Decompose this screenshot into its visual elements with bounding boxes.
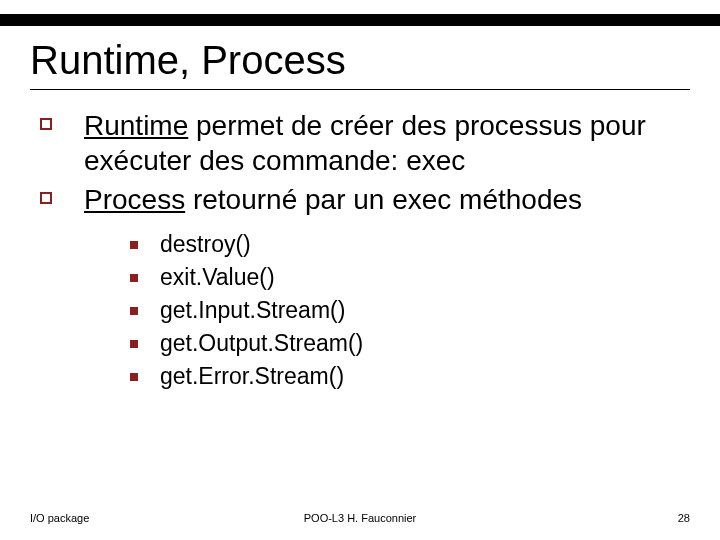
bullet-text: Process retourné par un exec méthodes bbox=[84, 182, 582, 217]
hollow-square-icon bbox=[40, 108, 84, 178]
bullet-text: Runtime permet de créer des processus po… bbox=[84, 108, 690, 178]
method-label: destroy() bbox=[160, 231, 251, 258]
list-item: get.Output.Stream() bbox=[130, 330, 690, 357]
top-bar bbox=[0, 14, 720, 26]
runtime-link[interactable]: Runtime bbox=[84, 110, 188, 141]
sub-list: destroy() exit.Value() get.Input.Stream(… bbox=[40, 231, 690, 390]
method-label: get.Input.Stream() bbox=[160, 297, 345, 324]
slide: Runtime, Process Runtime permet de créer… bbox=[0, 0, 720, 540]
filled-square-icon bbox=[130, 340, 160, 348]
list-item: get.Input.Stream() bbox=[130, 297, 690, 324]
method-label: exit.Value() bbox=[160, 264, 275, 291]
method-label: get.Output.Stream() bbox=[160, 330, 363, 357]
list-item: get.Error.Stream() bbox=[130, 363, 690, 390]
method-label: get.Error.Stream() bbox=[160, 363, 344, 390]
filled-square-icon bbox=[130, 307, 160, 315]
filled-square-icon bbox=[130, 274, 160, 282]
slide-footer: I/O package POO-L3 H. Fauconnier 28 bbox=[0, 512, 720, 524]
bullet-item: Runtime permet de créer des processus po… bbox=[40, 108, 690, 178]
slide-body: Runtime permet de créer des processus po… bbox=[30, 108, 690, 390]
process-link[interactable]: Process bbox=[84, 184, 185, 215]
slide-title: Runtime, Process bbox=[30, 38, 690, 83]
hollow-square-icon bbox=[40, 182, 84, 217]
filled-square-icon bbox=[130, 373, 160, 381]
title-rule bbox=[30, 89, 690, 90]
filled-square-icon bbox=[130, 241, 160, 249]
list-item: exit.Value() bbox=[130, 264, 690, 291]
footer-center: POO-L3 H. Fauconnier bbox=[0, 512, 720, 524]
bullet-rest: retourné par un exec méthodes bbox=[185, 184, 582, 215]
bullet-item: Process retourné par un exec méthodes bbox=[40, 182, 690, 217]
list-item: destroy() bbox=[130, 231, 690, 258]
